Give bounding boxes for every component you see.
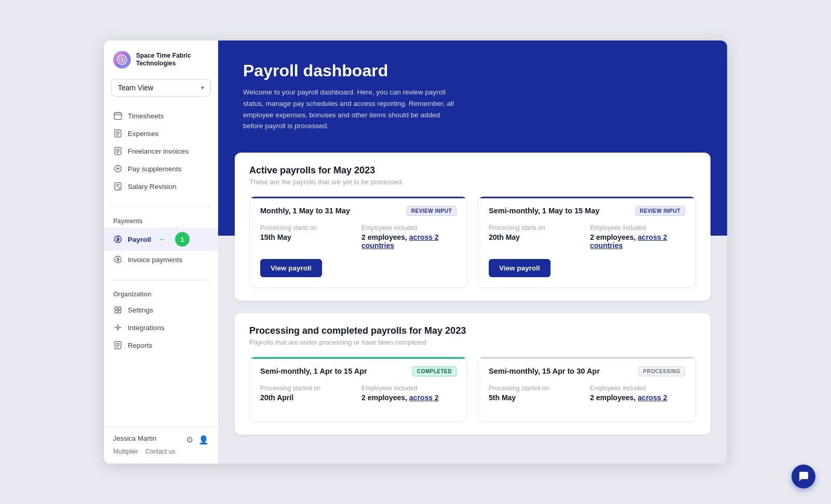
processing-value-4: 5th May [489, 393, 584, 402]
sidebar-item-expenses[interactable]: Expenses [104, 125, 218, 142]
completed-payrolls-title: Processing and completed payrolls for Ma… [249, 325, 696, 336]
settings-gear-icon[interactable]: ⚙ [186, 435, 193, 445]
view-payroll-btn-1[interactable]: View payroll [260, 259, 322, 277]
invoice-icon [113, 255, 123, 264]
sidebar-item-timesheets[interactable]: Timesheets [104, 107, 218, 125]
payments-section: Payments Payroll ← 1 Invoice payments [104, 213, 218, 277]
processing-info: Processing starts on 15th May [260, 224, 355, 250]
company-name: Space Time Fabric Technologies [136, 52, 209, 68]
processing-value: 15th May [260, 233, 355, 241]
salary-revision-label: Salary Revision [128, 183, 177, 190]
contact-us-link[interactable]: Contact us [145, 448, 175, 455]
pay-supplements-label: Pay supplements [128, 165, 182, 173]
processing-value-3: 20th April [260, 393, 355, 402]
user-row: Jessica Martin ⚙ 👤 [113, 434, 209, 445]
plus-circle-icon [113, 164, 123, 173]
footer-links: Multiplier Contact us [113, 448, 209, 455]
payroll-card-monthly: Monthly, 1 May to 31 May REVIEW INPUT Pr… [249, 196, 467, 288]
expenses-label: Expenses [128, 130, 158, 138]
employees-value-2: 2 employees, across 2 countries [590, 233, 685, 250]
payroll-card-semimonthly: Semi-monthly, 1 May to 15 May REVIEW INP… [478, 196, 696, 288]
svg-rect-11 [118, 307, 121, 309]
processing-label-2: Processing starts on [489, 224, 584, 231]
employees-info-4: Employees included 2 employees, across 2 [590, 385, 685, 402]
sidebar-item-integrations[interactable]: Integrations [104, 319, 218, 336]
countries-link-3[interactable]: across 2 [409, 393, 439, 402]
completed-badge: COMPLETED [412, 366, 457, 376]
team-view-selector[interactable]: Team View ▾ [111, 79, 211, 97]
sidebar-item-payroll[interactable]: Payroll ← 1 [104, 228, 218, 251]
hero-title: Payroll dashboard [243, 61, 702, 80]
timesheets-label: Timesheets [128, 112, 164, 120]
sidebar-item-reports[interactable]: Reports [104, 336, 218, 354]
payroll-meta-3: Processing started on 20th April Employe… [260, 385, 457, 402]
reports-icon [113, 340, 123, 350]
svg-rect-13 [118, 310, 121, 313]
review-badge-2: REVIEW INPUT [635, 206, 685, 216]
logo-icon [113, 51, 131, 69]
employees-value: 2 employees, across 2 countries [361, 233, 457, 250]
svg-rect-10 [115, 307, 117, 309]
organization-section-title: Organization [104, 287, 218, 301]
processing-label-4: Processing started on [489, 385, 584, 392]
active-payrolls-subtitle: These are the payrolls that are yet to b… [249, 178, 696, 186]
processing-info-3: Processing started on 20th April [260, 385, 355, 402]
hero-description: Welcome to your payroll dashboard. Here,… [243, 87, 461, 131]
employees-info: Employees included 2 employees, across 2… [361, 224, 457, 250]
completed-payrolls-section: Processing and completed payrolls for Ma… [235, 313, 711, 434]
sidebar-footer: Jessica Martin ⚙ 👤 Multiplier Contact us [104, 427, 218, 455]
divider [111, 207, 211, 207]
payroll-meta-4: Processing started on 5th May Employees … [489, 385, 685, 402]
completed-payrolls-subtitle: Payrolls that are under processing or ha… [249, 338, 696, 346]
divider2 [111, 280, 211, 280]
chat-button[interactable] [792, 465, 815, 488]
receipt-icon [113, 129, 123, 138]
settings-label: Settings [128, 306, 153, 314]
svg-point-14 [117, 326, 119, 329]
footer-icons: ⚙ 👤 [186, 435, 209, 445]
employees-label: Employees included [361, 224, 457, 231]
main-content: Payroll dashboard Welcome to your payrol… [218, 40, 727, 463]
payroll-card-title-2: Semi-monthly, 1 May to 15 May [489, 207, 599, 215]
payroll-card-header-2: Semi-monthly, 1 May to 15 May REVIEW INP… [489, 206, 685, 216]
employees-value-4: 2 employees, across 2 [590, 393, 685, 402]
svg-rect-3 [114, 113, 122, 119]
sidebar-item-freelancer-invoices[interactable]: Freelancer invoices [104, 142, 218, 160]
employees-label-4: Employees included [590, 385, 685, 392]
sidebar-item-pay-supplements[interactable]: Pay supplements [104, 160, 218, 178]
employees-label-2: Employees included [590, 224, 685, 231]
sidebar-item-salary-revision[interactable]: Salary Revision [104, 178, 218, 195]
payroll-meta-2: Processing starts on 20th May Employees … [489, 224, 685, 250]
organization-section: Organization Settings Integrations Repor… [104, 287, 218, 362]
team-view-label: Team View [118, 84, 153, 92]
document-edit-icon [113, 182, 123, 191]
processing-label: Processing starts on [260, 224, 355, 231]
employees-info-3: Employees included 2 employees, across 2 [361, 385, 457, 402]
svg-rect-12 [115, 310, 117, 313]
countries-link-4[interactable]: across 2 [638, 393, 667, 402]
step-badge: 1 [175, 232, 190, 247]
sidebar-item-settings[interactable]: Settings [104, 301, 218, 319]
payments-section-title: Payments [104, 213, 218, 228]
payroll-card-header: Monthly, 1 May to 31 May REVIEW INPUT [260, 206, 457, 216]
payroll-card-title: Monthly, 1 May to 31 May [260, 207, 350, 215]
arrow-indicator: ← [158, 235, 167, 244]
sidebar-item-invoice-payments[interactable]: Invoice payments [104, 251, 218, 268]
payroll-card-apr1: Semi-monthly, 1 Apr to 15 Apr COMPLETED … [249, 357, 467, 422]
profile-icon[interactable]: 👤 [198, 435, 209, 445]
dashboard-body: Active payrolls for May 2023 These are t… [218, 153, 727, 464]
active-payrolls-title: Active payrolls for May 2023 [249, 165, 696, 176]
payroll-card-title-4: Semi-monthly, 15 Apr to 30 Apr [489, 367, 600, 375]
employees-info-2: Employees included 2 employees, across 2… [590, 224, 685, 250]
user-name: Jessica Martin [113, 434, 156, 442]
chevron-down-icon: ▾ [201, 84, 204, 91]
active-payrolls-section: Active payrolls for May 2023 These are t… [235, 153, 711, 301]
payroll-icon [113, 235, 123, 244]
view-payroll-btn-2[interactable]: View payroll [489, 259, 551, 277]
sidebar: Space Time Fabric Technologies Team View… [104, 40, 218, 463]
calendar-icon [113, 111, 123, 120]
employees-value-3: 2 employees, across 2 [361, 393, 457, 402]
svg-point-2 [121, 59, 123, 61]
completed-payrolls-grid: Semi-monthly, 1 Apr to 15 Apr COMPLETED … [249, 357, 696, 422]
multiplier-link[interactable]: Multiplier [113, 448, 138, 455]
